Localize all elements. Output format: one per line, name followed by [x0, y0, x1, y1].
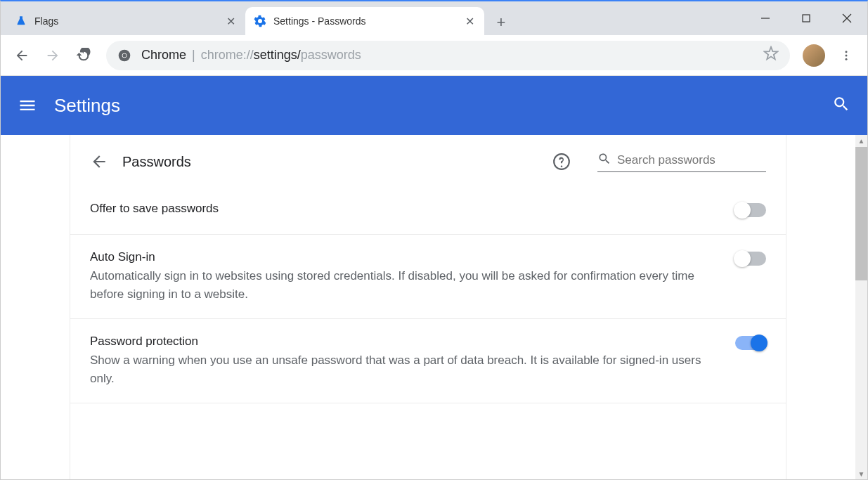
scrollbar[interactable]: ▲ ▼	[855, 135, 867, 480]
svg-rect-1	[803, 15, 810, 22]
settings-panel: Passwords Offer to save passwords Auto S…	[70, 135, 786, 480]
back-button[interactable]	[8, 41, 36, 70]
setting-title: Auto Sign-in	[90, 250, 707, 264]
chrome-icon	[117, 48, 131, 63]
svg-point-7	[846, 51, 848, 53]
setting-password-protection: Password protection Show a warning when …	[70, 319, 786, 403]
tab-title: Flags	[34, 15, 224, 27]
search-passwords-box[interactable]	[597, 152, 766, 172]
page-header: Passwords	[70, 152, 786, 186]
search-icon[interactable]	[832, 95, 850, 116]
url-label: Chrome	[141, 48, 186, 63]
tab-settings-passwords[interactable]: Settings - Passwords ✕	[245, 7, 484, 35]
tab-strip: Flags ✕ Settings - Passwords ✕ +	[1, 1, 867, 35]
close-icon[interactable]: ✕	[224, 15, 237, 27]
back-arrow-icon[interactable]	[90, 153, 110, 172]
url-prefix: chrome://	[201, 48, 254, 63]
setting-desc: Automatically sign in to websites using …	[90, 267, 707, 303]
scroll-thumb[interactable]	[855, 147, 867, 280]
setting-auto-signin: Auto Sign-in Automatically sign in to we…	[70, 235, 786, 319]
close-icon[interactable]: ✕	[463, 15, 476, 27]
svg-point-8	[846, 54, 848, 56]
close-window-button[interactable]	[827, 1, 867, 35]
kebab-menu-icon[interactable]	[832, 41, 860, 70]
setting-title: Offer to save passwords	[90, 202, 707, 216]
address-bar[interactable]: Chrome | chrome://settings/passwords	[106, 41, 790, 70]
hamburger-menu-icon[interactable]	[18, 96, 37, 115]
forward-button[interactable]	[39, 41, 67, 70]
search-passwords-input[interactable]	[617, 153, 766, 167]
search-icon	[597, 152, 611, 169]
svg-point-6	[123, 53, 127, 57]
bookmark-star-icon[interactable]	[763, 46, 779, 65]
window-controls	[745, 1, 867, 35]
help-icon[interactable]	[552, 153, 572, 172]
svg-point-9	[846, 58, 848, 60]
toggle-password-protection[interactable]	[735, 336, 766, 350]
scroll-up-icon[interactable]: ▲	[855, 135, 867, 147]
toggle-auto-signin[interactable]	[735, 252, 766, 266]
flask-icon	[15, 15, 27, 27]
scroll-down-icon[interactable]: ▼	[855, 468, 867, 480]
settings-header: Settings	[1, 76, 867, 135]
tab-title: Settings - Passwords	[273, 15, 463, 27]
new-tab-button[interactable]: +	[488, 10, 514, 35]
url-path: settings/	[254, 48, 301, 63]
toggle-offer-save[interactable]	[735, 203, 766, 217]
toolbar: Chrome | chrome://settings/passwords	[1, 35, 867, 76]
maximize-button[interactable]	[786, 1, 827, 35]
url-subpath: passwords	[301, 48, 361, 63]
setting-title: Password protection	[90, 335, 707, 349]
minimize-button[interactable]	[745, 1, 786, 35]
tab-flags[interactable]: Flags ✕	[6, 7, 245, 35]
reload-button[interactable]	[70, 41, 98, 70]
profile-avatar[interactable]	[803, 44, 825, 67]
content-area: Passwords Offer to save passwords Auto S…	[1, 135, 867, 480]
page-title: Passwords	[122, 154, 540, 170]
setting-offer-save: Offer to save passwords	[70, 186, 786, 235]
gear-icon	[254, 15, 266, 27]
settings-title: Settings	[54, 95, 832, 117]
setting-desc: Show a warning when you use an unsafe pa…	[90, 351, 707, 387]
